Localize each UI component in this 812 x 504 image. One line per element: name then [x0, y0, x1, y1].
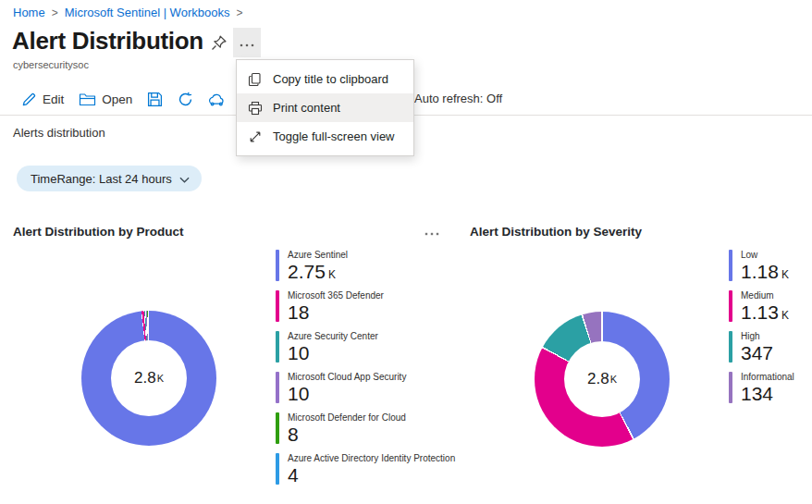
- more-icon: [240, 36, 254, 50]
- donut-center-label: 2.8K: [535, 312, 670, 447]
- legend-value-suffix: K: [328, 268, 336, 281]
- open-label: Open: [102, 92, 132, 106]
- legend-label: Medium: [741, 290, 789, 301]
- legend-value-suffix: K: [781, 268, 789, 281]
- refresh-button[interactable]: [178, 88, 193, 110]
- legend-label: Informational: [741, 372, 794, 382]
- edit-button[interactable]: Edit: [21, 88, 64, 110]
- pin-icon: [210, 34, 228, 55]
- folder-icon: [79, 92, 96, 106]
- legend-value: 4: [288, 465, 299, 485]
- save-button[interactable]: [147, 88, 163, 110]
- edit-label: Edit: [43, 92, 64, 106]
- legend-color-bar: [729, 290, 732, 322]
- pencil-icon: [21, 92, 37, 107]
- legend-label: Azure Sentinel: [288, 250, 348, 260]
- legend-color-bar: [276, 453, 279, 485]
- legend-label: Azure Security Center: [288, 331, 378, 341]
- save-icon: [147, 92, 163, 107]
- legend-value-suffix: K: [781, 309, 789, 322]
- more-icon: [424, 225, 439, 239]
- breadcrumb-link-home[interactable]: Home: [13, 6, 45, 19]
- fullscreen-icon: [248, 129, 263, 144]
- breadcrumb-separator: >: [52, 6, 58, 19]
- menu-item-copy-title[interactable]: Copy title to clipboard: [237, 65, 413, 93]
- legend-color-bar: [276, 290, 279, 322]
- time-range-pill[interactable]: TimeRange: Last 24 hours: [17, 166, 202, 191]
- legend-value: 347: [741, 343, 773, 363]
- print-icon: [248, 101, 263, 116]
- legend-item[interactable]: Microsoft Defender for Cloud 8: [276, 412, 455, 444]
- legend-color-bar: [276, 412, 279, 444]
- legend-label: Microsoft 365 Defender: [288, 290, 384, 301]
- legend-value: 134: [741, 384, 773, 403]
- legend-value: 18: [288, 302, 309, 322]
- legend-label: Microsoft Cloud App Security: [288, 372, 406, 382]
- auto-refresh-status: Auto refresh: Off: [414, 92, 502, 105]
- context-menu: Copy title to clipboard Print content To…: [236, 59, 414, 156]
- copy-icon: [248, 72, 263, 87]
- pin-button[interactable]: [207, 33, 229, 55]
- legend-item[interactable]: Medium 1.13 K: [729, 290, 794, 322]
- legend-value: 10: [288, 384, 309, 403]
- legend: Azure Sentinel 2.75 K Microsoft 365 Defe…: [276, 250, 455, 494]
- donut-center-label: 2.8K: [81, 311, 216, 446]
- time-range-label: TimeRange: Last 24 hours: [31, 172, 172, 186]
- breadcrumb: Home > Microsoft Sentinel | Workbooks >: [13, 6, 242, 19]
- workbook-page: Home > Microsoft Sentinel | Workbooks > …: [0, 0, 812, 504]
- legend-item[interactable]: Azure Sentinel 2.75 K: [276, 250, 455, 281]
- legend-color-bar: [729, 250, 732, 281]
- legend-item[interactable]: High 347: [729, 331, 794, 363]
- legend-value: 10: [288, 343, 309, 363]
- toolbar: Edit Open: [21, 88, 226, 110]
- legend-value: 2.75: [288, 262, 326, 281]
- page-title: Alert Distribution: [12, 27, 203, 55]
- cloud-icon: [208, 92, 226, 106]
- breadcrumb-link-sentinel-workbooks[interactable]: Microsoft Sentinel | Workbooks: [65, 6, 230, 19]
- legend-item[interactable]: Microsoft 365 Defender 18: [276, 290, 455, 322]
- menu-item-label: Toggle full-screen view: [273, 129, 395, 143]
- chevron-down-icon: [179, 172, 190, 186]
- menu-item-toggle-fullscreen[interactable]: Toggle full-screen view: [237, 122, 413, 151]
- legend-item[interactable]: Azure Security Center 10: [276, 331, 455, 363]
- refresh-icon: [178, 92, 193, 107]
- legend-color-bar: [729, 331, 732, 363]
- menu-item-label: Copy title to clipboard: [273, 72, 388, 86]
- legend-value: 8: [288, 424, 299, 444]
- donut-chart-product[interactable]: 2.8K: [81, 311, 216, 446]
- legend-color-bar: [729, 372, 732, 403]
- legend-value: 1.13: [741, 302, 779, 322]
- share-cloud-button[interactable]: [208, 88, 226, 110]
- chart-more-button[interactable]: [421, 225, 443, 238]
- page-subtitle: cybersecuritysoc: [13, 59, 89, 70]
- legend-item[interactable]: Azure Active Directory Identity Protecti…: [276, 453, 455, 485]
- legend-item[interactable]: Informational 134: [729, 372, 794, 403]
- donut-chart-severity[interactable]: 2.8K: [535, 312, 670, 447]
- legend-color-bar: [276, 331, 279, 363]
- breadcrumb-separator: >: [236, 6, 242, 19]
- legend-item[interactable]: Low 1.18 K: [729, 250, 794, 281]
- legend-value: 1.18: [741, 262, 779, 281]
- legend: Low 1.18 K Medium 1.13 K High 347: [729, 250, 794, 412]
- open-button[interactable]: Open: [79, 88, 132, 110]
- legend-color-bar: [276, 372, 279, 403]
- menu-item-print-content[interactable]: Print content: [237, 93, 413, 122]
- legend-label: Low: [741, 250, 789, 260]
- legend-color-bar: [276, 250, 279, 281]
- chart-title-severity: Alert Distribution by Severity: [470, 225, 642, 239]
- legend-label: Microsoft Defender for Cloud: [288, 412, 406, 423]
- section-label: Alerts distribution: [13, 126, 105, 140]
- legend-item[interactable]: Microsoft Cloud App Security 10: [276, 372, 455, 403]
- header-more-button[interactable]: [233, 28, 261, 57]
- legend-label: High: [741, 331, 776, 341]
- chart-title-product: Alert Distribution by Product: [13, 225, 184, 239]
- legend-label: Azure Active Directory Identity Protecti…: [288, 453, 455, 463]
- menu-item-label: Print content: [273, 101, 340, 115]
